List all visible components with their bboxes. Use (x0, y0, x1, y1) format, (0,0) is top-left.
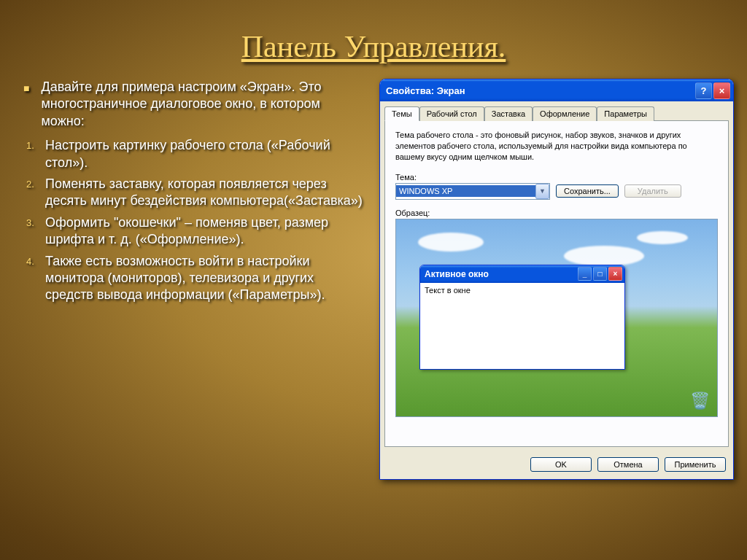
list-item: 2.Поменять заставку, которая появляется … (26, 176, 363, 210)
theme-preview: Активное окно _ □ × Текст в окне 🗑️ (395, 219, 718, 417)
intro-row: ■ Давайте для примера настроим «Экран». … (13, 79, 363, 130)
close-icon: × (719, 85, 725, 96)
list-item: 3.Оформить "окошечки" – поменяв цвет, ра… (26, 214, 363, 249)
item-number: 2. (26, 176, 45, 210)
titlebar[interactable]: Свойства: Экран ? × (380, 79, 733, 101)
dialog-title: Свойства: Экран (386, 85, 694, 96)
preview-window-titlebar: Активное окно _ □ × (420, 265, 624, 283)
theme-field-label: Тема: (395, 173, 718, 182)
list-item: 4.Также есть возможность войти в настрой… (26, 253, 363, 304)
slide-text-column: ■ Давайте для примера настроим «Экран». … (13, 79, 363, 480)
close-button[interactable]: × (713, 82, 730, 99)
cancel-button[interactable]: Отмена (597, 457, 659, 472)
item-text: Также есть возможность войти в настройки… (45, 253, 363, 304)
preview-window-body: Текст в окне (420, 283, 624, 369)
numbered-list: 1.Настроить картинку рабочего стола («Ра… (13, 137, 363, 304)
minimize-icon: _ (578, 267, 592, 281)
item-number: 4. (26, 253, 45, 304)
recycle-bin-icon: 🗑️ (690, 392, 710, 411)
slide-root: Панель Управления. ■ Давайте для примера… (0, 0, 747, 560)
item-text: Настроить картинку рабочего стола («Рабо… (45, 137, 363, 171)
theme-description: Тема рабочего стола - это фоновый рисуно… (395, 130, 718, 163)
help-button[interactable]: ? (695, 82, 712, 99)
maximize-icon: □ (593, 267, 607, 281)
cloud-icon (637, 231, 688, 244)
tab-themes[interactable]: Темы (384, 106, 419, 121)
display-properties-dialog: Свойства: Экран ? × Темы Рабочий стол За… (379, 79, 734, 480)
tab-desktop[interactable]: Рабочий стол (419, 106, 484, 121)
theme-selected-value: WINDOWS XP (396, 185, 535, 197)
ok-button[interactable]: OK (530, 457, 592, 472)
slide-content: ■ Давайте для примера настроим «Экран». … (0, 64, 747, 480)
close-icon: × (608, 267, 622, 281)
item-text: Оформить "окошечки" – поменяв цвет, разм… (45, 214, 363, 249)
preview-window-title: Активное окно (425, 269, 576, 279)
help-icon: ? (701, 85, 707, 96)
list-item: 1.Настроить картинку рабочего стола («Ра… (26, 137, 363, 171)
tabstrip: Темы Рабочий стол Заставка Оформление Па… (380, 101, 733, 120)
item-text: Поменять заставку, которая появляется че… (45, 176, 363, 210)
preview-label: Образец: (395, 209, 718, 217)
intro-text: Давайте для примера настроим «Экран». Эт… (41, 79, 363, 130)
theme-row: WINDOWS XP ▼ Сохранить... Удалить (395, 183, 718, 200)
cloud-icon (564, 246, 644, 266)
tab-appearance[interactable]: Оформление (533, 106, 597, 121)
tab-panel-themes: Тема рабочего стола - это фоновый рисуно… (384, 120, 729, 447)
delete-theme-button: Удалить (624, 184, 681, 198)
preview-active-window: Активное окно _ □ × Текст в окне (419, 265, 625, 370)
bullet-icon: ■ (23, 79, 29, 130)
dialog-button-bar: OK Отмена Применить (380, 451, 733, 479)
item-number: 1. (26, 137, 45, 171)
theme-combobox[interactable]: WINDOWS XP ▼ (395, 183, 550, 200)
apply-button[interactable]: Применить (665, 457, 726, 472)
cloud-icon (418, 233, 484, 252)
slide-title: Панель Управления. (0, 0, 747, 64)
chevron-down-icon[interactable]: ▼ (535, 184, 549, 199)
dialog-column: Свойства: Экран ? × Темы Рабочий стол За… (363, 79, 734, 480)
item-number: 3. (26, 214, 45, 249)
tab-settings[interactable]: Параметры (597, 106, 654, 121)
save-theme-button[interactable]: Сохранить... (556, 184, 619, 198)
tab-screensaver[interactable]: Заставка (484, 106, 533, 121)
